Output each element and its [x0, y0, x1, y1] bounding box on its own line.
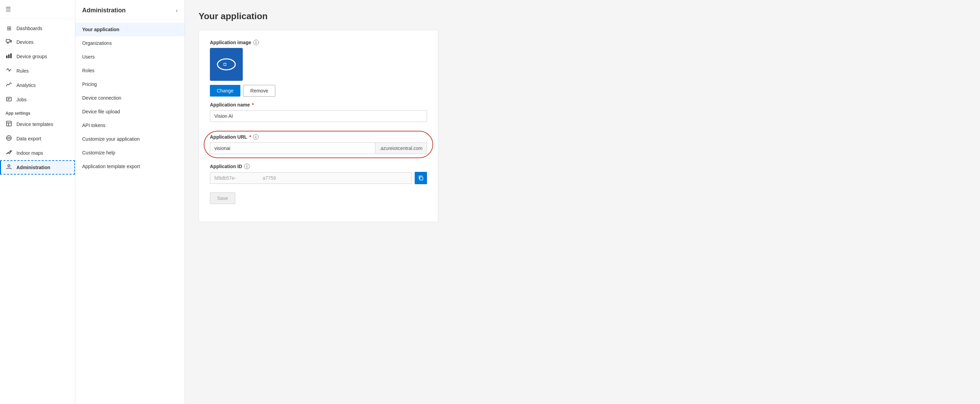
sidebar-item-data-export[interactable]: Data export — [0, 132, 75, 146]
app-name-section: Application name * — [210, 102, 427, 122]
save-button[interactable]: Save — [210, 192, 235, 204]
svg-rect-21 — [420, 177, 423, 180]
app-id-info-icon[interactable]: i — [244, 164, 250, 169]
middle-nav-item-your-application[interactable]: Your application — [75, 22, 185, 36]
svg-rect-7 — [6, 97, 11, 101]
middle-panel-title: Administration — [82, 7, 126, 14]
middle-nav-item-device-file-upload[interactable]: Device file upload — [75, 105, 185, 118]
sidebar-item-devices[interactable]: Devices — [0, 35, 75, 49]
app-id-section: Application ID i — [210, 164, 427, 184]
app-url-section: Application URL * i .azureiotcentral.com — [210, 130, 427, 156]
collapse-button[interactable]: ‹ — [176, 8, 178, 14]
sidebar-item-label: Administration — [16, 165, 50, 170]
middle-nav-label: Device connection — [82, 95, 121, 101]
middle-nav-item-api-tokens[interactable]: API tokens — [75, 118, 185, 132]
middle-nav-label: Roles — [82, 68, 94, 73]
sidebar-item-rules[interactable]: Rules — [0, 64, 75, 78]
sidebar-item-jobs[interactable]: Jobs — [0, 92, 75, 107]
svg-point-20 — [224, 63, 226, 65]
rules-icon — [5, 67, 12, 75]
data-export-icon — [5, 135, 12, 142]
middle-nav-label: Application template export — [82, 164, 140, 169]
svg-rect-1 — [10, 40, 12, 42]
middle-nav-label: Device file upload — [82, 109, 120, 115]
devices-icon — [5, 38, 12, 46]
sidebar-item-device-groups[interactable]: Device groups — [0, 49, 75, 64]
sidebar: ☰ ⊞ Dashboards Devices Device groups Rul… — [0, 0, 75, 404]
app-name-label: Application name * — [210, 102, 427, 108]
app-image-preview — [210, 48, 243, 81]
copy-id-button[interactable] — [415, 172, 427, 184]
middle-nav-item-customize-help[interactable]: Customize help — [75, 146, 185, 159]
sidebar-item-label: Devices — [16, 40, 33, 45]
middle-panel: Administration ‹ Your application Organi… — [75, 0, 185, 404]
app-settings-label: App settings — [0, 107, 75, 117]
analytics-icon — [5, 81, 12, 89]
svg-point-17 — [8, 165, 10, 167]
device-templates-icon — [5, 121, 12, 128]
sidebar-item-label: Data export — [16, 136, 41, 142]
sidebar-item-dashboards[interactable]: ⊞ Dashboards — [0, 22, 75, 35]
svg-rect-4 — [6, 56, 8, 58]
save-section: Save — [210, 192, 427, 204]
app-name-required: * — [252, 102, 254, 108]
page-title: Your application — [199, 11, 966, 22]
middle-nav-item-organizations[interactable]: Organizations — [75, 36, 185, 50]
sidebar-item-label: Jobs — [16, 97, 27, 102]
dashboard-icon: ⊞ — [5, 25, 12, 32]
sidebar-item-label: Device groups — [16, 54, 47, 59]
url-row: .azureiotcentral.com — [210, 142, 427, 154]
svg-rect-5 — [8, 54, 10, 58]
middle-nav-item-device-connection[interactable]: Device connection — [75, 91, 185, 105]
image-buttons: Change Remove — [210, 85, 427, 97]
sidebar-item-administration[interactable]: Administration — [0, 160, 75, 175]
middle-nav-label: Pricing — [82, 81, 97, 87]
sidebar-item-label: Indoor maps — [16, 150, 43, 156]
app-url-info-icon[interactable]: i — [253, 134, 259, 140]
app-url-label: Application URL * i — [210, 134, 427, 140]
sidebar-item-label: Rules — [16, 68, 29, 74]
app-image-label: Application image i — [210, 40, 427, 45]
sidebar-item-analytics[interactable]: Analytics — [0, 78, 75, 92]
middle-nav-label: Customize help — [82, 150, 115, 156]
hamburger-icon[interactable]: ☰ — [5, 5, 11, 13]
middle-nav-label: Organizations — [82, 40, 111, 46]
middle-panel-header: Administration ‹ — [75, 0, 185, 20]
app-image-section: Application image i Change Remove — [210, 40, 427, 97]
middle-nav: Your application Organizations Users Rol… — [75, 20, 185, 176]
jobs-icon — [5, 96, 12, 103]
app-name-input[interactable] — [210, 110, 427, 122]
change-image-button[interactable]: Change — [210, 85, 240, 97]
device-groups-icon — [5, 53, 12, 60]
middle-nav-label: Customize your application — [82, 136, 140, 142]
app-id-label: Application ID i — [210, 164, 427, 169]
middle-nav-item-pricing[interactable]: Pricing — [75, 77, 185, 91]
middle-nav-item-users[interactable]: Users — [75, 50, 185, 64]
remove-image-button[interactable]: Remove — [243, 85, 275, 97]
app-url-required: * — [249, 134, 251, 140]
svg-rect-6 — [10, 53, 12, 58]
indoor-maps-icon — [5, 149, 12, 157]
sidebar-item-device-templates[interactable]: Device templates — [0, 117, 75, 132]
url-annotated-wrapper: Application URL * i .azureiotcentral.com — [210, 130, 427, 156]
sidebar-item-label: Device templates — [16, 122, 53, 127]
middle-nav-item-roles[interactable]: Roles — [75, 64, 185, 77]
app-id-row — [210, 172, 427, 184]
middle-nav-item-app-template-export[interactable]: Application template export — [75, 159, 185, 173]
app-url-input[interactable] — [210, 142, 375, 154]
app-id-input — [210, 172, 412, 184]
sidebar-item-label: Dashboards — [16, 26, 43, 31]
app-image-info-icon[interactable]: i — [253, 40, 259, 45]
middle-nav-item-customize-app[interactable]: Customize your application — [75, 132, 185, 146]
sidebar-item-label: Analytics — [16, 83, 36, 88]
middle-nav-label: Users — [82, 54, 95, 60]
sidebar-header: ☰ — [0, 0, 75, 19]
main-content: Your application Application image i Cha… — [185, 0, 980, 404]
url-suffix: .azureiotcentral.com — [375, 142, 427, 154]
sidebar-nav: ⊞ Dashboards Devices Device groups Rules — [0, 19, 75, 177]
svg-rect-0 — [6, 40, 10, 42]
middle-nav-label: Your application — [82, 27, 119, 32]
sidebar-item-indoor-maps[interactable]: Indoor maps — [0, 146, 75, 160]
svg-marker-15 — [6, 151, 12, 154]
administration-icon — [5, 164, 12, 171]
